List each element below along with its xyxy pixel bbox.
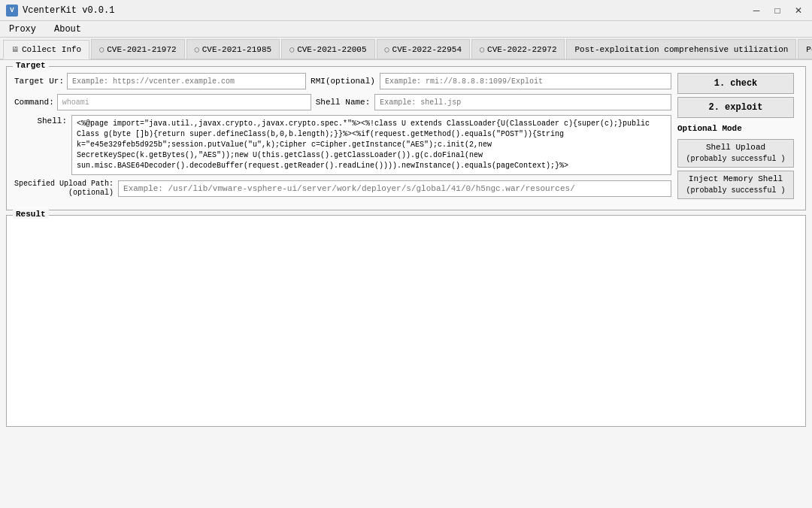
title-bar-left: V VcenterKit v0.0.1	[6, 5, 114, 17]
tab-cve-22005[interactable]: ◯ CVE-2021-22005	[281, 39, 374, 59]
maximize-button[interactable]: □	[770, 5, 785, 17]
title-bar: V VcenterKit v0.0.1 ─ □ ✕	[0, 0, 812, 21]
tab-cve4-label: CVE-2022-22954	[392, 45, 462, 54]
target-group: Target Target Ur: RMI(optional)	[6, 66, 806, 210]
upload-path-label: Specified Upload Path:(optional)	[14, 180, 114, 198]
command-pair: Command:	[14, 94, 311, 110]
cve5-tab-icon: ◯	[480, 45, 484, 54]
shell-name-label: Shell Name:	[316, 98, 371, 107]
rmi-input[interactable]	[380, 73, 671, 89]
menu-bar: Proxy About	[0, 21, 812, 38]
inject-shell-text: Inject Memory Shell(probably successful …	[686, 174, 785, 197]
shell-name-input[interactable]	[374, 94, 671, 110]
cve4-tab-icon: ◯	[385, 45, 389, 54]
target-group-label: Target	[13, 61, 49, 70]
close-button[interactable]: ✕	[791, 5, 806, 17]
exploit-button[interactable]: 2. exploit	[677, 97, 794, 118]
result-label: Result	[13, 210, 49, 219]
window-controls: ─ □ ✕	[749, 5, 806, 17]
app-icon: V	[6, 5, 18, 17]
tab-cve5-label: CVE-2022-22972	[487, 45, 556, 54]
url-rmi-row: Target Ur: RMI(optional)	[14, 73, 671, 89]
command-label: Command:	[14, 98, 54, 107]
command-shellname-row: Command: Shell Name:	[14, 94, 671, 110]
rmi-label: RMI(optional)	[311, 77, 375, 86]
shell-label: Shell:	[14, 115, 67, 125]
collect-tab-icon: 🖥	[11, 45, 19, 54]
shell-upload-button[interactable]: Shell Upload(probably successful )	[677, 139, 794, 168]
tab-pentest-notebook[interactable]: Pentest Notebook	[798, 39, 812, 59]
tab-collect-label: Collect Info	[22, 45, 81, 54]
url-pair: Target Ur:	[14, 73, 306, 89]
command-input[interactable]	[57, 94, 311, 110]
inject-memory-shell-button[interactable]: Inject Memory Shell(probably successful …	[677, 171, 794, 199]
target-url-input[interactable]	[67, 73, 306, 89]
minimize-button[interactable]: ─	[749, 5, 764, 17]
right-panel: 1. check 2. exploit Optional Mode Shell …	[677, 73, 798, 202]
main-content: Target Target Ur: RMI(optional)	[0, 60, 812, 508]
tab-cve-22972[interactable]: ◯ CVE-2022-22972	[471, 39, 565, 59]
tab-post-exploitation[interactable]: Post-exploitation comprehensive utilizat…	[566, 39, 796, 59]
tab-post-label: Post-exploitation comprehensive utilizat…	[574, 45, 788, 54]
result-group: Result	[6, 215, 806, 427]
shell-upload-text: Shell Upload(probably successful )	[686, 142, 785, 165]
tab-cve-21972[interactable]: ◯ CVE-2021-21972	[91, 39, 184, 59]
tab-cve1-label: CVE-2021-21972	[107, 45, 176, 54]
target-layout: Target Ur: RMI(optional) Command: Shell …	[14, 73, 798, 202]
target-url-label: Target Ur:	[14, 77, 64, 86]
tab-cve2-label: CVE-2021-21985	[202, 45, 271, 54]
tab-pentest-label: Pentest Notebook	[806, 45, 812, 54]
cve3-tab-icon: ◯	[289, 45, 294, 54]
menu-proxy[interactable]: Proxy	[6, 23, 39, 36]
shell-row: Shell:	[14, 115, 671, 175]
tab-cve-21985[interactable]: ◯ CVE-2021-21985	[186, 39, 280, 59]
tab-bar: 🖥 Collect Info ◯ CVE-2021-21972 ◯ CVE-20…	[0, 38, 812, 60]
cve2-tab-icon: ◯	[195, 45, 199, 54]
tab-cve3-label: CVE-2021-22005	[297, 45, 366, 54]
target-forms: Target Ur: RMI(optional) Command: Shell …	[14, 73, 671, 202]
shellname-pair	[374, 94, 671, 110]
check-button[interactable]: 1. check	[677, 73, 794, 94]
menu-about[interactable]: About	[51, 23, 84, 36]
tab-collect-info[interactable]: 🖥 Collect Info	[3, 40, 89, 59]
result-content	[7, 216, 805, 426]
tab-cve-22954[interactable]: ◯ CVE-2022-22954	[377, 39, 470, 59]
upload-path-row: Specified Upload Path:(optional)	[14, 180, 671, 198]
app-title: VcenterKit v0.0.1	[23, 5, 114, 16]
upload-path-input[interactable]	[118, 180, 671, 197]
shell-textarea[interactable]	[71, 115, 671, 175]
cve1-tab-icon: ◯	[99, 45, 104, 54]
rmi-pair	[380, 73, 671, 89]
optional-mode-label: Optional Mode	[677, 124, 798, 133]
